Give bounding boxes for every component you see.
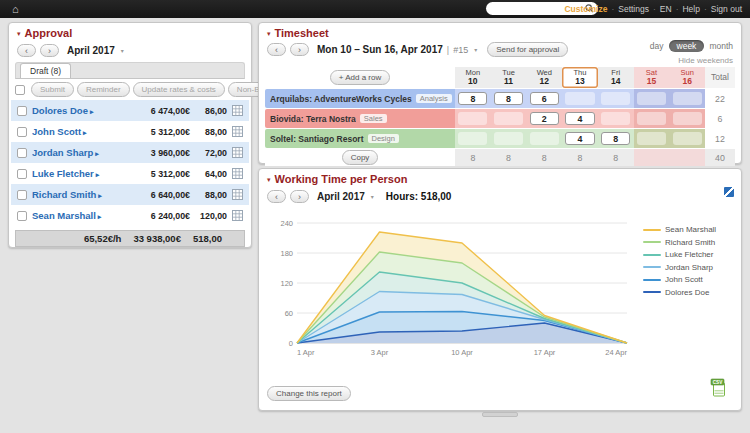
timesheet-cell: 2 bbox=[526, 109, 562, 128]
person-name-link[interactable]: John Scott ▸ bbox=[32, 126, 129, 137]
menu-en[interactable]: EN bbox=[660, 4, 672, 14]
menu-sign-out[interactable]: Sign out bbox=[711, 4, 742, 14]
view-mode-week[interactable]: week bbox=[669, 40, 705, 52]
hours-cell[interactable] bbox=[673, 92, 702, 105]
hide-weekends-link[interactable]: Hide weekends bbox=[678, 56, 733, 65]
hours-cell[interactable]: 6 bbox=[530, 92, 559, 105]
timesheet-period[interactable]: Mon 10 – Sun 16, Apr 2017 bbox=[317, 44, 443, 55]
topbar: ⌂ Customize·Settings·EN·Help·Sign out bbox=[0, 0, 750, 18]
person-checkbox[interactable] bbox=[17, 169, 27, 179]
hours-cell[interactable] bbox=[601, 112, 630, 125]
toolbar-button-update-rates-costs[interactable]: Update rates & costs bbox=[133, 82, 225, 97]
report-period[interactable]: April 2017 bbox=[317, 191, 365, 202]
hours-cell[interactable]: 8 bbox=[494, 92, 523, 105]
hours-cell[interactable] bbox=[673, 132, 702, 145]
day-header-fri[interactable]: Fri14 bbox=[598, 67, 634, 88]
project-row-label[interactable]: Biovida: Terra NostraSales bbox=[265, 109, 455, 128]
menu-customize[interactable]: Customize bbox=[564, 4, 607, 14]
menu-settings[interactable]: Settings bbox=[618, 4, 649, 14]
hours-cell[interactable]: 4 bbox=[565, 132, 594, 145]
project-row-label[interactable]: Soltel: Santiago ResortDesign bbox=[265, 129, 455, 148]
timesheet-prev-button[interactable]: ‹ bbox=[267, 43, 286, 56]
approval-period[interactable]: April 2017 bbox=[67, 45, 115, 56]
total-rate: 65,52€/h bbox=[84, 233, 122, 244]
hours-cell[interactable] bbox=[458, 132, 487, 145]
hours-cell[interactable]: 4 bbox=[565, 112, 594, 125]
day-header-sun[interactable]: Sun16 bbox=[669, 67, 705, 88]
hours-cell[interactable] bbox=[494, 112, 523, 125]
resize-handle[interactable] bbox=[482, 412, 518, 417]
collapse-arrow-icon[interactable]: ▾ bbox=[17, 30, 21, 37]
hours-cell[interactable]: 8 bbox=[601, 132, 630, 145]
timesheet-cell: 8 bbox=[491, 89, 527, 108]
person-checkbox[interactable] bbox=[17, 127, 27, 137]
report-next-button[interactable]: › bbox=[290, 190, 309, 203]
send-for-approval-button[interactable]: Send for approval bbox=[487, 42, 568, 57]
row-total: 6 bbox=[705, 109, 735, 128]
select-all-checkbox[interactable] bbox=[15, 85, 25, 95]
day-header-tue[interactable]: Tue11 bbox=[491, 67, 527, 88]
day-header-mon[interactable]: Mon10 bbox=[455, 67, 491, 88]
timesheet-next-button[interactable]: › bbox=[290, 43, 309, 56]
person-checkbox[interactable] bbox=[17, 106, 27, 116]
report-prev-button[interactable]: ‹ bbox=[267, 190, 286, 203]
week-number[interactable]: #15 bbox=[453, 45, 468, 55]
person-checkbox[interactable] bbox=[17, 190, 27, 200]
person-amount: 6 640,00€ bbox=[134, 190, 190, 200]
hours-cell[interactable] bbox=[458, 112, 487, 125]
hours-cell[interactable] bbox=[565, 92, 594, 105]
menu-help[interactable]: Help bbox=[682, 4, 699, 14]
tab-draft[interactable]: Draft (8) bbox=[20, 63, 71, 78]
day-date: 12 bbox=[540, 77, 549, 86]
person-name-link[interactable]: Jordan Sharp ▸ bbox=[32, 147, 129, 158]
toolbar-button-reminder[interactable]: Reminder bbox=[77, 82, 130, 97]
collapse-arrow-icon[interactable]: ▾ bbox=[267, 176, 271, 183]
legend-swatch bbox=[643, 266, 661, 268]
toolbar-button-submit[interactable]: Submit bbox=[31, 82, 74, 97]
day-header-thu[interactable]: Thu13 bbox=[562, 67, 598, 88]
hours-cell[interactable] bbox=[530, 132, 559, 145]
timesheet-grid-icon[interactable] bbox=[232, 126, 243, 137]
approval-title: Approval bbox=[25, 27, 73, 39]
legend-label: Richard Smith bbox=[665, 238, 715, 247]
hours-cell[interactable]: 8 bbox=[458, 92, 487, 105]
day-header-sat[interactable]: Sat15 bbox=[634, 67, 670, 88]
person-checkbox[interactable] bbox=[17, 148, 27, 158]
timesheet-grid-icon[interactable] bbox=[232, 189, 243, 200]
hours-cell[interactable] bbox=[637, 132, 666, 145]
hours-cell[interactable] bbox=[494, 132, 523, 145]
collapse-arrow-icon[interactable]: ▾ bbox=[267, 30, 271, 37]
csv-export-icon[interactable]: CSV bbox=[710, 378, 727, 398]
week-caret-icon[interactable]: ▾ bbox=[474, 46, 477, 53]
project-tag: Sales bbox=[360, 114, 387, 123]
expand-icon[interactable] bbox=[724, 187, 734, 197]
hours-cell[interactable] bbox=[601, 92, 630, 105]
change-report-button[interactable]: Change this report bbox=[267, 386, 351, 401]
person-name-link[interactable]: Dolores Doe ▸ bbox=[32, 105, 129, 116]
view-mode-day[interactable]: day bbox=[650, 41, 664, 51]
person-name-link[interactable]: Luke Fletcher ▸ bbox=[32, 168, 129, 179]
project-tag: Design bbox=[368, 134, 399, 143]
add-row-button[interactable]: + Add a row bbox=[330, 70, 390, 85]
approval-period-caret-icon[interactable]: ▾ bbox=[121, 47, 124, 54]
legend-swatch bbox=[643, 241, 661, 243]
day-header-wed[interactable]: Wed12 bbox=[526, 67, 562, 88]
timesheet-grid-icon[interactable] bbox=[232, 168, 243, 179]
copy-button[interactable]: Copy bbox=[342, 150, 379, 165]
person-name-link[interactable]: Sean Marshall ▸ bbox=[32, 210, 129, 221]
hours-cell[interactable] bbox=[637, 92, 666, 105]
timesheet-grid-icon[interactable] bbox=[232, 147, 243, 158]
hours-cell[interactable] bbox=[673, 112, 702, 125]
timesheet-grid-icon[interactable] bbox=[232, 105, 243, 116]
approval-prev-button[interactable]: ‹ bbox=[17, 44, 36, 57]
person-name-link[interactable]: Richard Smith ▸ bbox=[32, 189, 129, 200]
hours-cell[interactable] bbox=[637, 112, 666, 125]
home-icon[interactable]: ⌂ bbox=[12, 4, 19, 15]
timesheet-grid-icon[interactable] bbox=[232, 210, 243, 221]
person-checkbox[interactable] bbox=[17, 211, 27, 221]
approval-next-button[interactable]: › bbox=[40, 44, 59, 57]
view-mode-month[interactable]: month bbox=[709, 41, 733, 51]
hours-cell[interactable]: 2 bbox=[530, 112, 559, 125]
project-row-label[interactable]: Arquilabs: AdventureWorks CyclesAnalysis bbox=[265, 89, 455, 108]
report-period-caret-icon[interactable]: ▾ bbox=[371, 193, 374, 200]
